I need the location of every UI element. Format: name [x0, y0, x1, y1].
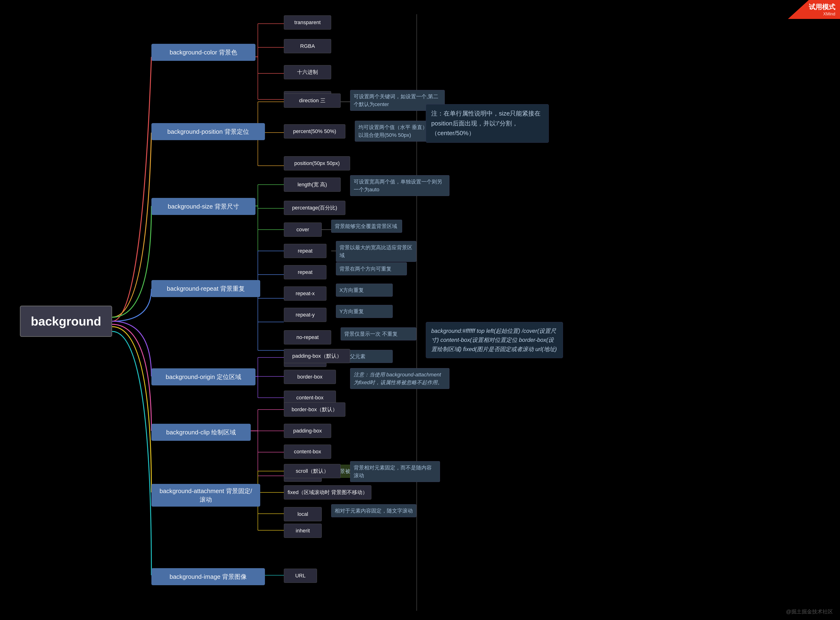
trial-title: 试用模式 — [809, 3, 835, 12]
branch-clip: background-clip 绘制区域 — [152, 424, 251, 441]
info-repeat-x: X方向重复 — [336, 284, 393, 296]
leaf-repeat-val: repeat — [284, 265, 327, 279]
branch-attachment: background-attachment 背景固定/ 滚动 — [152, 484, 260, 507]
info-length: 可设置宽高两个值，单独设置一个则另一个为auto — [350, 175, 450, 196]
leaf-transparent: transparent — [284, 15, 331, 30]
leaf-length: length(宽 高) — [284, 178, 340, 192]
leaf-percent: percent(50% 50%) — [284, 124, 345, 138]
branch-image: background-image 背景图像 — [152, 568, 265, 585]
leaf-content-box-clip: content-box — [284, 445, 331, 459]
leaf-repeat-y: repeat-y — [284, 308, 327, 322]
leaf-hex: 十六进制 — [284, 65, 331, 79]
leaf-direction: direction 三 — [284, 93, 340, 108]
leaf-percentage: percentage(百分比) — [284, 201, 345, 215]
info-contain: 背景以最大的宽高比适应背景区域 — [336, 241, 416, 262]
note-shorthand: background:#ffffff top left(起始位置) /cover… — [426, 322, 563, 358]
leaf-rgba: RGBA — [284, 39, 331, 53]
leaf-cover: cover — [284, 223, 322, 237]
info-local: 相对于元素内容固定，随文字滚动 — [331, 504, 416, 517]
branch-color: background-color 背景色 — [152, 44, 255, 61]
center-node: background — [20, 305, 112, 337]
info-repeat-y: Y方向重复 — [336, 305, 393, 318]
leaf-no-repeat: no-repeat — [284, 330, 331, 345]
info-cover: 背景能够完全覆盖背景区域 — [331, 220, 402, 233]
leaf-padding-box-origin: padding-box（默认） — [284, 349, 350, 363]
info-no-repeat: 背景仅显示一次 不重复 — [340, 327, 416, 340]
branch-repeat: background-repeat 背景重复 — [152, 280, 260, 297]
info-scroll: 背景相对元素固定，而不是随内容滚动 — [350, 461, 440, 482]
leaf-inherit-attach: inherit — [284, 524, 322, 538]
leaf-url: URL — [284, 569, 317, 583]
center-label: background — [31, 314, 101, 328]
note-size: 注：在单行属性说明中，size只能紧接在position后面出现，并以'/'分割… — [426, 104, 549, 143]
info-repeat-val: 背景在两个方向可重复 — [336, 262, 407, 275]
leaf-position: position(50px 50px) — [284, 156, 350, 170]
info-origin: 注意：当使用 background-attachment 为fixed时，该属性… — [350, 368, 450, 389]
branch-origin: background-origin 定位区域 — [152, 368, 255, 385]
branch-size: background-size 背景尺寸 — [152, 198, 255, 215]
leaf-repeat-x: repeat-x — [284, 286, 327, 301]
leaf-repeat: repeat — [284, 244, 327, 258]
leaf-padding-box-clip: padding-box — [284, 424, 331, 438]
branch-position: background-position 背景定位 — [152, 123, 265, 140]
leaf-fixed: fixed（区域滚动时 背景图不移动） — [284, 485, 371, 500]
trial-subtitle: XMind — [823, 12, 835, 17]
leaf-local: local — [284, 507, 322, 521]
leaf-border-box-origin: border-box — [284, 370, 336, 384]
leaf-scroll: scroll（默认） — [284, 464, 340, 478]
leaf-border-box-clip: border-box（默认） — [284, 402, 345, 417]
